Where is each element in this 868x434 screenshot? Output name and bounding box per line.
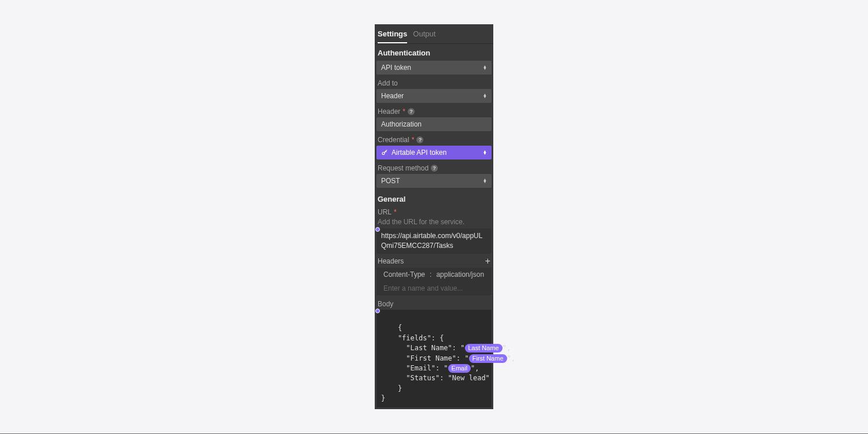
header-sep: : [430, 270, 431, 279]
settings-panel: Settings Output Authentication API token… [375, 24, 493, 409]
body-editor[interactable]: { "fields": { "Last Name": "Last Name", … [376, 310, 492, 407]
body-line: "First Name": " [381, 354, 469, 362]
body-line: ", [471, 364, 479, 372]
body-line: "fields": { [381, 334, 444, 342]
header-value: application/json [436, 270, 484, 279]
url-hint: Add the URL for the service. [375, 218, 493, 228]
chevron-updown-icon: ▲▼ [483, 65, 487, 70]
method-label: Request method ? [375, 159, 493, 174]
chevron-updown-icon: ▲▼ [483, 179, 487, 183]
body-line: { [398, 324, 402, 332]
general-section-label: General [375, 188, 493, 207]
auth-type-select[interactable]: API token ▲▼ [376, 61, 492, 75]
key-icon [381, 149, 388, 156]
body-line: "Last Name": " [381, 344, 465, 352]
tabs-bar: Settings Output [375, 24, 493, 44]
body-label: Body [375, 295, 493, 310]
add-to-label: Add to [375, 75, 493, 89]
auth-type-value: API token [381, 64, 411, 72]
credential-label-text: Credential [378, 136, 409, 144]
body-line: ", [507, 354, 515, 362]
url-label-text: URL [378, 208, 391, 216]
credential-select[interactable]: Airtable API token ▲▼ [376, 146, 492, 159]
help-icon[interactable]: ? [416, 136, 423, 143]
help-icon[interactable]: ? [431, 165, 438, 172]
tab-settings[interactable]: Settings [378, 24, 407, 43]
chevron-updown-icon: ▲▼ [483, 150, 487, 155]
credential-value: Airtable API token [391, 149, 446, 157]
required-marker: * [394, 208, 397, 216]
method-value: POST [381, 177, 400, 185]
required-marker: * [412, 136, 415, 144]
svg-point-0 [382, 153, 385, 155]
headers-label: Headers [378, 257, 404, 265]
chevron-updown-icon: ▲▼ [483, 94, 487, 98]
mapping-dot-icon[interactable] [375, 309, 380, 313]
header-placeholder-row[interactable]: Enter a name and value... [376, 281, 492, 295]
add-header-icon[interactable]: + [485, 258, 490, 265]
token-last-name[interactable]: Last Name [465, 344, 503, 353]
add-to-select[interactable]: Header ▲▼ [376, 89, 492, 103]
url-value: https://api.airtable.com/v0/appULQmi75EM… [381, 232, 482, 250]
token-first-name[interactable]: First Name [469, 354, 507, 363]
header-label-text: Header [378, 107, 400, 116]
add-to-value: Header [381, 92, 404, 100]
mapping-dot-icon[interactable] [375, 227, 380, 232]
body-line: "Email": " [381, 364, 448, 372]
credential-label: Credential * ? [375, 131, 493, 146]
help-icon[interactable]: ? [408, 108, 415, 115]
body-line: } [381, 384, 402, 392]
tab-output[interactable]: Output [413, 24, 435, 43]
body-line: } [381, 394, 385, 402]
header-row[interactable]: Content-Type : application/json [376, 268, 492, 281]
authentication-section-label: Authentication [375, 44, 493, 61]
url-input[interactable]: https://api.airtable.com/v0/appULQmi75EM… [376, 228, 492, 254]
required-marker: * [402, 107, 405, 116]
method-select[interactable]: POST ▲▼ [376, 174, 492, 188]
method-label-text: Request method [378, 164, 429, 172]
header-input[interactable]: Authorization [376, 117, 492, 131]
body-line: ", [503, 344, 511, 352]
token-email[interactable]: Email [448, 364, 471, 373]
headers-label-row: Headers + [375, 254, 493, 268]
url-label: URL * [375, 207, 493, 218]
header-key: Content-Type [383, 270, 425, 279]
body-line: "Status": "New lead" [381, 374, 490, 382]
header-label: Header * ? [375, 103, 493, 117]
